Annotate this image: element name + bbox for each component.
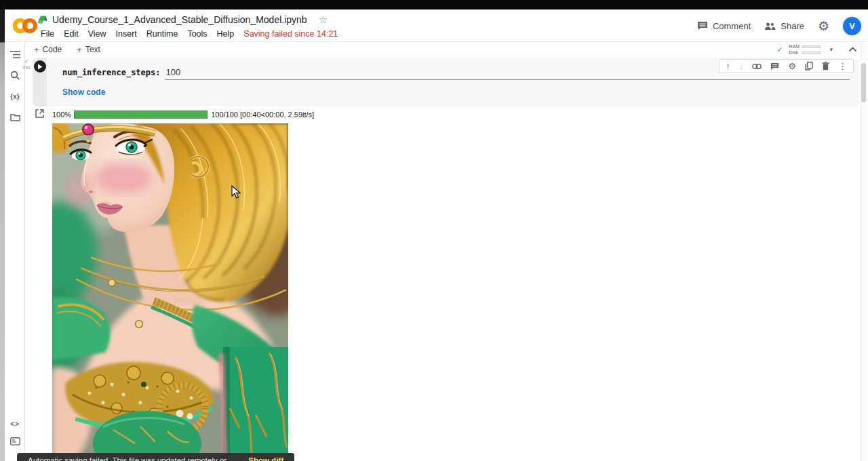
share-label: Share: [781, 21, 804, 31]
disk-label: Disk: [789, 50, 800, 55]
add-code-label: Code: [43, 45, 62, 54]
table-of-contents-icon[interactable]: [7, 47, 22, 62]
autosave-failed-toast: Automatic saving failed. This file was u…: [17, 453, 294, 461]
disk-usage-bar: [802, 52, 821, 54]
comment-label: Comment: [713, 21, 751, 31]
header-actions: Comment Share ⚙ V: [697, 9, 861, 42]
form-field-label: num_inference_steps:: [62, 68, 161, 77]
code-snippets-icon[interactable]: <>: [7, 416, 22, 431]
menu-bar: File Edit View Insert Runtime Tools Help…: [36, 28, 342, 40]
page-scrollbar-track: [861, 42, 867, 461]
runtime-dropdown-caret-icon[interactable]: ▾: [827, 46, 835, 53]
terminal-icon[interactable]: [7, 434, 22, 449]
drive-file-icon: [37, 15, 47, 24]
plus-icon: +: [77, 45, 82, 55]
settings-gear-icon[interactable]: ⚙: [818, 20, 829, 33]
screen-left-edge: [0, 9, 5, 461]
screen-top-bar: [0, 0, 868, 9]
output-indicator-icon[interactable]: [35, 108, 44, 121]
more-cell-actions-icon[interactable]: ⋮: [838, 62, 847, 71]
menu-insert[interactable]: Insert: [111, 28, 142, 40]
left-sidebar: {x} <>: [5, 42, 25, 461]
menu-edit[interactable]: Edit: [59, 28, 83, 40]
cell-gutter: [33, 58, 47, 106]
show-diff-link[interactable]: Show diff: [248, 456, 283, 461]
variables-icon[interactable]: {x}: [7, 89, 22, 104]
comment-icon: [697, 21, 708, 31]
move-cell-up-icon[interactable]: ↑: [726, 62, 730, 71]
collapse-chevron-icon[interactable]: [848, 47, 857, 52]
colab-window: Udemy_Course_1_Advanced_Stable_Diffusion…: [0, 0, 868, 461]
copy-link-to-cell-icon[interactable]: [752, 64, 762, 69]
tqdm-progress: 100% 100/100 [00:40<00:00, 2.59it/s]: [52, 111, 314, 119]
delete-cell-trash-icon[interactable]: [822, 62, 829, 71]
stable-diffusion-portrait: [52, 123, 288, 461]
toast-message: Automatic saving failed. This file was u…: [28, 456, 233, 461]
colab-logo[interactable]: [12, 16, 38, 36]
saving-failed-status[interactable]: Saving failed since 14:21: [239, 28, 342, 40]
connected-check-icon: ✓: [776, 45, 783, 54]
generated-image-output: [52, 123, 288, 461]
execution-indicator: ✓ 49s: [21, 58, 32, 71]
mirror-cell-icon[interactable]: [805, 62, 813, 71]
menu-view[interactable]: View: [83, 28, 111, 40]
share-people-icon: [764, 22, 776, 31]
ram-usage-bar: [802, 45, 821, 48]
ram-label: RAM: [789, 44, 800, 49]
search-icon[interactable]: [7, 68, 22, 83]
play-icon: [37, 64, 43, 70]
resource-monitor[interactable]: RAM Disk: [789, 44, 821, 55]
comment-button[interactable]: Comment: [697, 21, 751, 31]
show-code-link[interactable]: Show code: [62, 87, 105, 97]
editor-settings-gear-icon[interactable]: ⚙: [788, 62, 796, 71]
header: Udemy_Course_1_Advanced_Stable_Diffusion…: [5, 9, 868, 42]
add-code-button[interactable]: + Code: [28, 43, 67, 56]
notebook-toolbar: + Code + Text ✓ RAM Disk ▾: [25, 42, 861, 57]
account-avatar[interactable]: V: [843, 17, 861, 35]
menu-runtime[interactable]: Runtime: [142, 28, 183, 40]
share-button[interactable]: Share: [764, 21, 804, 31]
executed-check-icon: ✓: [21, 58, 32, 65]
move-cell-down-icon[interactable]: ↓: [739, 62, 744, 71]
files-folder-icon[interactable]: [7, 110, 22, 125]
add-text-label: Text: [85, 45, 100, 54]
notebook-title[interactable]: Udemy_Course_1_Advanced_Stable_Diffusion…: [52, 14, 307, 25]
progress-bar: [74, 111, 208, 119]
star-icon[interactable]: ☆: [319, 14, 328, 26]
menu-file[interactable]: File: [36, 28, 59, 40]
add-comment-icon[interactable]: [770, 62, 779, 71]
menu-tools[interactable]: Tools: [182, 28, 212, 40]
page-scrollbar-thumb[interactable]: [861, 63, 866, 102]
progress-detail: 100/100 [00:40<00:00, 2.59it/s]: [211, 111, 314, 119]
plus-icon: +: [34, 45, 39, 55]
execution-time: 49s: [21, 65, 32, 71]
progress-percent: 100%: [52, 111, 71, 119]
code-cell: num_inference_steps: Show code ↑ ↓ ⚙: [33, 58, 859, 106]
cell-toolbar: ↑ ↓ ⚙: [719, 59, 854, 73]
add-text-button[interactable]: + Text: [71, 43, 106, 56]
run-cell-button[interactable]: [34, 60, 46, 73]
menu-help[interactable]: Help: [212, 28, 239, 40]
